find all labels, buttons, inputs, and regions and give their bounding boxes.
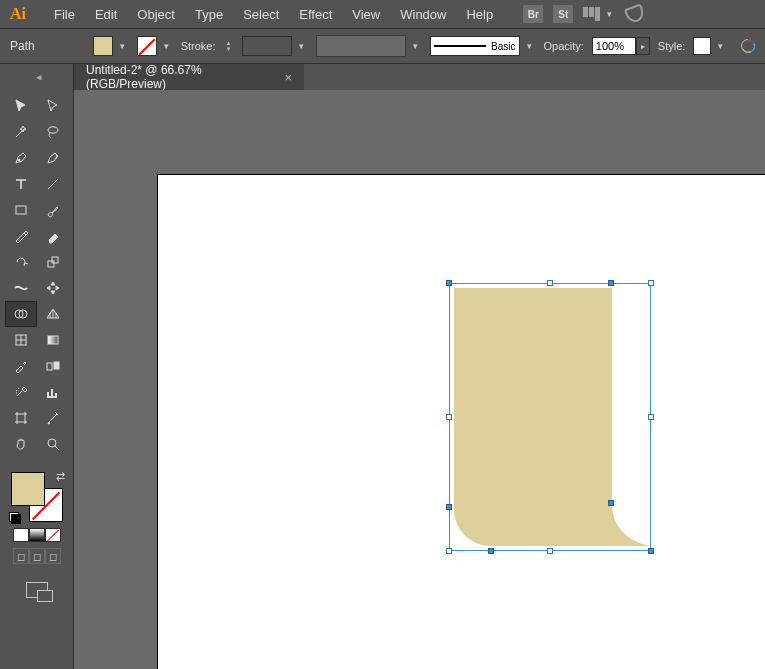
stroke-weight-field[interactable]: ▾ [242,36,308,56]
pen-tool[interactable] [6,146,36,170]
draw-inside-icon[interactable]: ◻ [45,548,61,564]
rotate-tool[interactable] [6,250,36,274]
handle-top-right[interactable] [648,280,654,286]
stroke-label: Stroke: [181,40,216,52]
type-tool[interactable] [6,172,36,196]
menu-help[interactable]: Help [456,2,503,27]
menu-bar: Ai File Edit Object Type Select Effect V… [0,0,765,28]
svg-point-2 [18,159,20,161]
perspective-grid-tool[interactable] [38,302,68,326]
handle-mid-left[interactable] [446,414,452,420]
curvature-tool[interactable] [38,146,68,170]
anchor-point[interactable] [608,500,614,506]
paintbrush-tool[interactable] [38,198,68,222]
tool-grid [6,94,68,456]
color-mode-gradient-icon[interactable] [29,528,45,542]
fill-stroke-control[interactable]: ⇄ [9,470,65,524]
symbol-sprayer-tool[interactable] [6,380,36,404]
screen-mode-icon[interactable] [26,582,48,598]
direct-selection-tool[interactable] [38,94,68,118]
stroke-swatch-icon [137,36,157,56]
mesh-tool[interactable] [6,328,36,352]
menu-file[interactable]: File [44,2,85,27]
draw-behind-icon[interactable]: ◻ [29,548,45,564]
menu-select[interactable]: Select [233,2,289,27]
stock-icon[interactable]: St [553,5,573,23]
style-swatch-icon [693,37,711,55]
anchor-point[interactable] [446,504,452,510]
svg-rect-4 [48,261,54,267]
selection-type-label: Path [10,39,35,53]
bridge-icon[interactable]: Br [523,5,543,23]
color-mode-row [13,528,61,542]
handle-mid-right[interactable] [648,414,654,420]
control-bar: Path ▾ ▾ Stroke: ▲▼ ▾ ▾ Basic ▾ Opacity:… [0,28,765,64]
opacity-field[interactable]: 100% ▸ [592,36,650,56]
brush-definition-label: Basic [491,41,515,52]
brush-definition[interactable]: Basic ▾ [430,36,536,56]
eyedropper-tool[interactable] [6,354,36,378]
zoom-tool[interactable] [38,432,68,456]
anchor-point[interactable] [488,548,494,554]
draw-mode-row: ◻ ◻ ◻ [13,548,61,564]
menu-object[interactable]: Object [127,2,185,27]
magic-wand-tool[interactable] [6,120,36,144]
stroke-color-control[interactable]: ▾ [137,36,173,56]
opacity-value[interactable]: 100% [592,37,636,55]
toolbox: ⇄ ◻ ◻ ◻ [0,90,74,669]
column-graph-tool[interactable] [38,380,68,404]
menu-type[interactable]: Type [185,2,233,27]
anchor-point[interactable] [648,548,654,554]
canvas[interactable] [74,90,765,669]
svg-rect-12 [17,414,25,422]
svg-rect-3 [16,206,26,214]
handle-bottom-left[interactable] [446,548,452,554]
default-fill-stroke-icon[interactable] [9,512,21,524]
menu-view[interactable]: View [342,2,390,27]
fill-color-control[interactable]: ▾ [93,36,129,56]
recolor-artwork-icon[interactable] [739,37,757,55]
app-logo: Ai [6,2,30,26]
handle-top-mid[interactable] [547,280,553,286]
draw-normal-icon[interactable]: ◻ [13,548,29,564]
rectangle-tool[interactable] [6,198,36,222]
selection-tool[interactable] [6,94,36,118]
selection-bounding-box[interactable] [449,283,651,551]
color-mode-none-icon[interactable] [45,528,61,542]
shaper-tool[interactable] [6,224,36,248]
close-tab-icon[interactable]: × [284,70,292,85]
fill-swatch-icon [93,36,113,56]
width-tool[interactable] [6,276,36,300]
arrange-documents-icon[interactable]: ▾ [583,7,616,21]
handle-bottom-mid[interactable] [547,548,553,554]
artboard-tool[interactable] [6,406,36,430]
opacity-dropdown-icon[interactable]: ▸ [636,37,650,55]
stroke-weight-stepper[interactable]: ▲▼ [224,40,234,52]
color-mode-solid-icon[interactable] [13,528,29,542]
gradient-tool[interactable] [38,328,68,352]
swap-fill-stroke-icon[interactable]: ⇄ [56,470,65,483]
graphic-style-control[interactable]: ▾ [693,37,727,55]
menu-edit[interactable]: Edit [85,2,127,27]
free-transform-tool[interactable] [38,276,68,300]
fill-color-icon[interactable] [11,472,45,506]
scale-tool[interactable] [38,250,68,274]
svg-rect-9 [48,336,58,344]
svg-rect-5 [52,257,58,263]
anchor-point[interactable] [446,280,452,286]
document-tab[interactable]: Untitled-2* @ 66.67% (RGB/Preview) × [74,64,304,90]
hand-tool[interactable] [6,432,36,456]
slice-tool[interactable] [38,406,68,430]
toolbox-collapse-grip[interactable]: ◂◂ [0,64,74,90]
main-area: ⇄ ◻ ◻ ◻ [0,90,765,669]
shape-builder-tool[interactable] [6,302,36,326]
sync-settings-icon[interactable] [626,6,644,22]
blend-tool[interactable] [38,354,68,378]
variable-width-profile[interactable]: ▾ [316,35,422,57]
line-segment-tool[interactable] [38,172,68,196]
lasso-tool[interactable] [38,120,68,144]
eraser-tool[interactable] [38,224,68,248]
menu-effect[interactable]: Effect [289,2,342,27]
anchor-point[interactable] [608,280,614,286]
menu-window[interactable]: Window [390,2,456,27]
